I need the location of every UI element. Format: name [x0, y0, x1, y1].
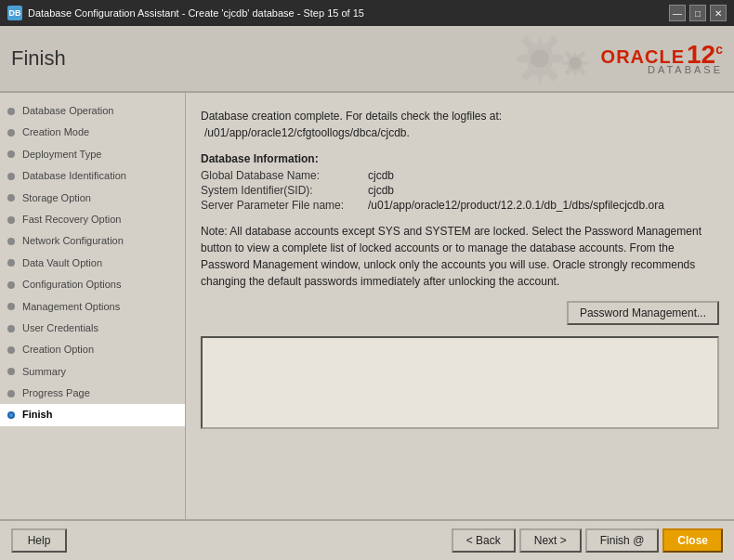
next-button[interactable]: Next > [519, 528, 582, 553]
main-window: Finish ORACLE 12c DATABASE [0, 26, 734, 560]
sidebar-item-database-operation[interactable]: Database Operation [0, 100, 185, 122]
bullet-icon [7, 194, 15, 202]
bullet-icon [7, 303, 15, 310]
help-button[interactable]: Help [11, 528, 67, 553]
sidebar-item-finish[interactable]: Finish [0, 404, 185, 425]
db-info-section: Database Information: Global Database Na… [201, 152, 719, 212]
db-sid-value: cjcdb [368, 184, 394, 197]
bullet-icon [7, 346, 15, 354]
footer-right-buttons: < Back Next > Finish @ Close [452, 528, 723, 553]
password-management-area: Password Management... [201, 301, 719, 325]
bullet-icon [7, 368, 15, 375]
gear-small-icon [557, 45, 594, 82]
sidebar-item-summary[interactable]: Summary [0, 361, 185, 383]
page-title: Finish [11, 46, 66, 71]
note-text: Note: All database accounts except SYS a… [201, 223, 719, 290]
sidebar: Database Operation Creation Mode Deploym… [0, 93, 186, 519]
db-spfile-value: /u01/app/oracle12/product/12.2.0.1/db_1/… [368, 199, 664, 212]
window-controls[interactable]: — □ ✕ [669, 5, 727, 21]
active-bullet-icon [7, 411, 15, 419]
bullet-icon [7, 108, 15, 115]
oracle-database-label: DATABASE [648, 64, 723, 75]
close-button[interactable]: Close [662, 528, 723, 553]
footer: Help < Back Next > Finish @ Close [0, 519, 734, 560]
bullet-icon [7, 238, 15, 245]
db-global-name-label: Global Database Name: [201, 169, 368, 182]
minimize-button[interactable]: — [669, 5, 686, 21]
title-bar: DB Database Configuration Assistant - Cr… [0, 0, 734, 26]
db-global-name-value: cjcdb [368, 169, 394, 182]
window-title: Database Configuration Assistant - Creat… [28, 7, 669, 19]
sidebar-item-configuration-options[interactable]: Configuration Options [0, 274, 185, 295]
db-info-title: Database Information: [201, 152, 719, 165]
footer-left-buttons: Help [11, 528, 67, 553]
sidebar-item-network-configuration[interactable]: Network Configuration [0, 230, 185, 252]
bullet-icon [7, 325, 15, 332]
sidebar-item-fast-recovery-option[interactable]: Fast Recovery Option [0, 209, 185, 230]
close-button[interactable]: ✕ [710, 5, 727, 21]
bullet-icon [7, 150, 15, 158]
db-info-row-spfile: Server Parameter File name: /u01/app/ora… [201, 199, 719, 212]
db-info-row-sid: System Identifier(SID): cjcdb [201, 184, 719, 197]
oracle-logo: ORACLE 12c DATABASE [601, 42, 723, 75]
back-button[interactable]: < Back [452, 528, 516, 553]
main-content-area: Database creation complete. For details … [186, 93, 734, 519]
db-sid-label: System Identifier(SID): [201, 184, 368, 197]
sidebar-item-deployment-type[interactable]: Deployment Type [0, 144, 185, 165]
bullet-icon [7, 281, 15, 289]
sidebar-item-creation-mode[interactable]: Creation Mode [0, 122, 185, 143]
db-spfile-label: Server Parameter File name: [201, 199, 368, 212]
content-area: Database Operation Creation Mode Deploym… [0, 93, 734, 519]
bullet-icon [7, 216, 15, 224]
sidebar-item-data-vault-option[interactable]: Data Vault Option [0, 253, 185, 274]
bullet-icon [7, 173, 15, 180]
completion-message: Database creation complete. For details … [201, 108, 719, 141]
sidebar-item-management-options[interactable]: Management Options [0, 296, 185, 318]
password-management-button[interactable]: Password Management... [567, 301, 719, 325]
db-info-table: Global Database Name: cjcdb System Ident… [201, 169, 719, 212]
db-info-row-global-name: Global Database Name: cjcdb [201, 169, 719, 182]
sidebar-item-database-identification[interactable]: Database Identification [0, 165, 185, 187]
sidebar-item-progress-page[interactable]: Progress Page [0, 383, 185, 404]
sidebar-item-creation-option[interactable]: Creation Option [0, 339, 185, 360]
log-output-area [201, 336, 719, 429]
maximize-button[interactable]: □ [689, 5, 706, 21]
finish-button[interactable]: Finish @ [585, 528, 660, 553]
header-area: Finish ORACLE 12c DATABASE [0, 26, 734, 93]
bullet-icon [7, 390, 15, 397]
app-icon: DB [7, 6, 22, 20]
bullet-icon [7, 259, 15, 267]
oracle-branding: ORACLE 12c DATABASE [512, 31, 723, 86]
bullet-icon [7, 129, 15, 137]
sidebar-item-user-credentials[interactable]: User Credentials [0, 318, 185, 339]
sidebar-item-storage-option[interactable]: Storage Option [0, 188, 185, 209]
